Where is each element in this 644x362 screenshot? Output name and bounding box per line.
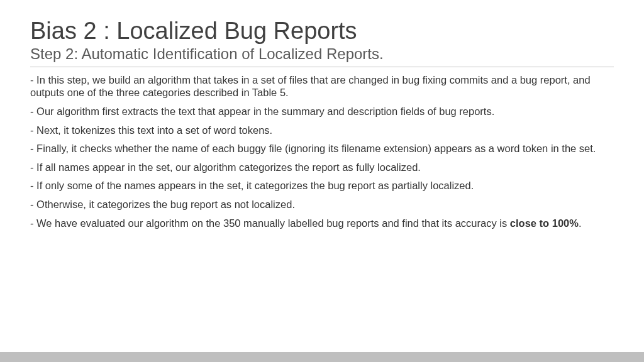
slide-title: Bias 2 : Localized Bug Reports [30,18,614,45]
bullet-item: - In this step, we build an algorithm th… [30,74,614,99]
footer-bar [0,352,644,362]
slide-content: - In this step, we build an algorithm th… [30,74,614,230]
bullet-item: - Our algorithm first extracts the text … [30,105,614,118]
bullet-item: - If all names appear in the set, our al… [30,161,614,174]
bullet-item: - Otherwise, it categorizes the bug repo… [30,198,614,211]
bullet-item: - Next, it tokenizes this text into a se… [30,124,614,137]
slide-subtitle: Step 2: Automatic Identification of Loca… [30,45,614,67]
slide-container: Bias 2 : Localized Bug Reports Step 2: A… [0,0,644,248]
bullet-text-prefix: - We have evaluated our algorithm on the… [30,217,510,229]
bullet-item: - Finally, it checks whether the name of… [30,142,614,155]
bullet-text-suffix: . [579,217,582,229]
bullet-item: - We have evaluated our algorithm on the… [30,217,614,230]
bullet-text-bold: close to 100% [510,217,579,229]
bullet-item: - If only some of the names appears in t… [30,179,614,192]
